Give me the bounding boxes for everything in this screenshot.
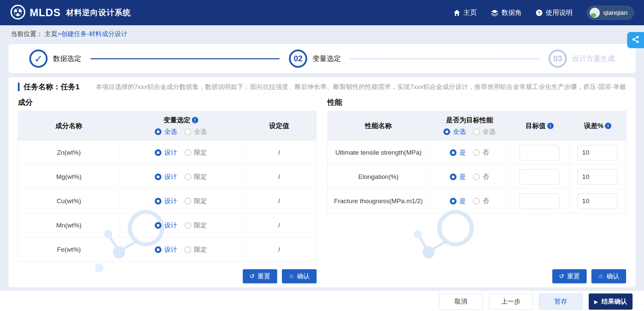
select-all-yes-radio[interactable]: 全选 [443,127,466,136]
yes-radio[interactable]: 是 [450,173,466,181]
user-name: qianqian [603,9,627,17]
title-accent-bar [18,83,20,91]
logo-text: MLDS [30,7,61,19]
step-number: 02 [289,50,307,68]
svg-text:?: ? [538,10,540,15]
radio-on-icon [443,128,450,135]
design-radio[interactable]: 设计 [155,148,177,157]
home-icon [453,9,460,16]
performance-confirm-button[interactable]: ☆确认 [591,269,626,283]
limit-radio[interactable]: 限定 [184,221,207,230]
performance-section-title: 性能 [327,97,626,107]
limit-radio[interactable]: 限定 [184,148,207,157]
col-header-performance-name: 性能名称 [365,121,392,130]
performance-panel: 性能 性能名称 是否为目标性能 全选 [327,95,626,283]
yes-radio[interactable]: 是 [450,148,466,157]
radio-off-icon [184,198,191,205]
task-name-label: 任务名称： [24,82,61,92]
composition-section-title: 成分 [18,97,317,107]
info-icon[interactable]: ! [547,123,554,129]
radio-off-icon [184,174,191,180]
step-number: 03 [549,50,567,68]
nav-item-help[interactable]: ? 使用说明 [536,8,573,17]
limit-radio[interactable]: 限定 [184,173,207,181]
nav-item-home[interactable]: 主页 [453,8,477,17]
radio-on-icon [450,174,457,180]
radio-label: 全选 [453,127,466,136]
nav-item-label: 使用说明 [546,8,573,17]
user-menu[interactable]: qianqian [587,6,634,20]
step-3-design-generation: 03 设计方案生成 [549,50,615,68]
target-value-input[interactable] [520,169,559,185]
cancel-button[interactable]: 取消 [439,293,483,310]
share-float-button[interactable] [627,32,644,48]
no-radio[interactable]: 否 [473,197,489,206]
col-header-error-percent: 误差% [584,121,604,130]
radio-label: 限定 [194,197,207,206]
radio-on-icon [155,174,162,180]
breadcrumb-current[interactable]: 创建任务-材料成分设计 [61,30,127,37]
button-label: 重置 [567,272,580,281]
yes-radio[interactable]: 是 [450,197,466,206]
previous-step-button[interactable]: 上一步 [489,293,533,310]
no-radio[interactable]: 否 [473,173,489,181]
component-name: Zn(wt%) [57,149,81,156]
radio-label: 否 [482,197,489,206]
limit-radio[interactable]: 限定 [184,197,207,206]
breadcrumb: 当前位置： 主页>创建任务-材料成分设计 [0,25,644,41]
design-radio[interactable]: 设计 [155,221,177,230]
error-percent-input[interactable] [578,169,617,185]
logo: MLDS 材料逆向设计系统 [10,4,131,21]
star-icon: ☆ [598,273,604,279]
radio-label: 设计 [164,173,177,181]
button-label: 确认 [297,272,310,281]
radio-label: 设计 [164,148,177,157]
design-radio[interactable]: 设计 [155,245,177,254]
limit-radio[interactable]: 限定 [184,245,207,254]
save-draft-button[interactable]: 暂存 [539,293,583,310]
select-all-limit-radio[interactable]: 全选 [184,127,207,136]
set-value: / [278,173,280,181]
radio-off-icon [473,128,480,135]
no-radio[interactable]: 否 [473,148,489,157]
composition-reset-button[interactable]: ↺重置 [243,269,277,283]
design-radio[interactable]: 设计 [155,197,177,206]
table-row: Ultimate tensile strength(MPa) 是 否 [328,140,626,164]
select-all-design-radio[interactable]: 全选 [155,127,177,136]
radio-on-icon [450,198,457,205]
error-percent-input[interactable] [578,145,617,160]
performance-reset-button[interactable]: ↺重置 [552,269,587,283]
performance-name: Elongation(%) [358,173,399,181]
radio-off-icon [184,246,191,253]
share-nodes-icon [631,35,640,45]
target-value-input[interactable] [520,193,559,209]
confirm-result-button[interactable]: ▶结果确认 [589,293,633,310]
step-2-variable-selection: 02 变量选定 [289,50,341,68]
set-value: / [278,197,280,205]
user-avatar [590,8,600,18]
component-name: Fe(wt%) [57,246,81,253]
select-all-no-radio[interactable]: 全选 [473,127,495,136]
breadcrumb-root[interactable]: 主页 [45,30,57,37]
radio-off-icon [184,222,191,229]
nav-item-label: 数据角 [501,8,522,17]
component-name: Cu(wt%) [57,197,81,205]
button-label: 重置 [258,272,270,281]
target-value-input[interactable] [520,145,559,160]
info-icon[interactable]: ! [192,117,198,123]
layers-icon [491,9,498,16]
radio-label: 是 [459,197,466,206]
design-radio[interactable]: 设计 [155,173,177,181]
step-connector-dotted [350,58,539,59]
nav-item-data-corner[interactable]: 数据角 [491,8,522,17]
check-icon: ✓ [29,50,48,68]
radio-label: 是 [459,173,466,181]
button-label: 确认 [607,272,619,281]
step-1-data-selection: ✓ 数据选定 [29,50,81,68]
info-icon[interactable]: ! [605,123,611,129]
reset-icon: ↺ [559,273,564,279]
composition-panel: 成分 成分名称 变量选定! [18,95,317,283]
error-percent-input[interactable] [578,193,617,209]
composition-confirm-button[interactable]: ☆确认 [282,269,317,283]
performance-table-header: 性能名称 是否为目标性能 全选 全选 目标值! 误差%! [328,111,626,140]
